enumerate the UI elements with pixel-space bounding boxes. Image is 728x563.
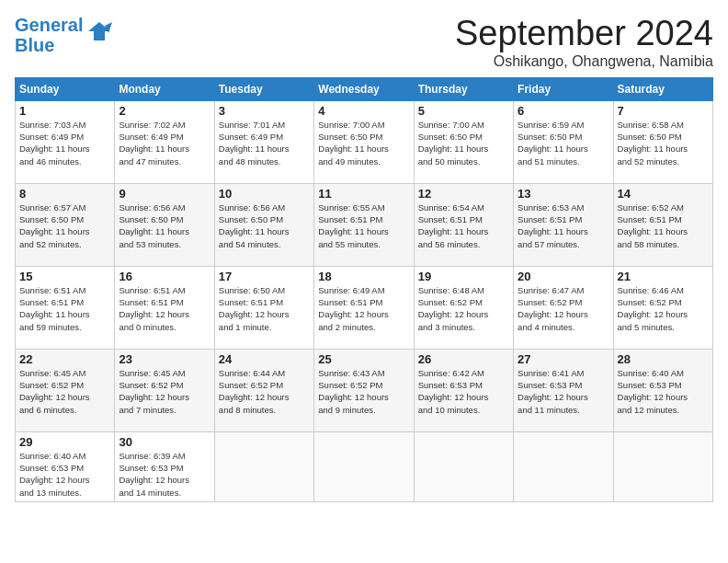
calendar-cell: 2Sunrise: 7:02 AM Sunset: 6:49 PM Daylig… xyxy=(115,100,214,183)
calendar-cell: 16Sunrise: 6:51 AM Sunset: 6:51 PM Dayli… xyxy=(115,266,214,349)
day-info: Sunrise: 7:01 AM Sunset: 6:49 PM Dayligh… xyxy=(219,119,310,167)
weekday-header: Wednesday xyxy=(314,77,414,100)
calendar-cell xyxy=(214,431,313,501)
calendar-cell: 24Sunrise: 6:44 AM Sunset: 6:52 PM Dayli… xyxy=(214,349,313,431)
day-number: 8 xyxy=(19,187,110,201)
weekday-header: Friday xyxy=(514,77,613,100)
calendar-cell: 5Sunrise: 7:00 AM Sunset: 6:50 PM Daylig… xyxy=(414,100,513,183)
title-block: September 2024 Oshikango, Ohangwena, Nam… xyxy=(455,15,713,70)
calendar-week-row: 8Sunrise: 6:57 AM Sunset: 6:50 PM Daylig… xyxy=(16,183,713,266)
calendar-cell: 11Sunrise: 6:55 AM Sunset: 6:51 PM Dayli… xyxy=(314,183,414,266)
day-info: Sunrise: 6:51 AM Sunset: 6:51 PM Dayligh… xyxy=(119,284,210,333)
day-number: 18 xyxy=(318,270,409,283)
day-number: 7 xyxy=(618,104,709,118)
day-info: Sunrise: 6:48 AM Sunset: 6:52 PM Dayligh… xyxy=(418,284,509,333)
day-info: Sunrise: 6:50 AM Sunset: 6:51 PM Dayligh… xyxy=(219,284,310,333)
calendar-cell: 9Sunrise: 6:56 AM Sunset: 6:50 PM Daylig… xyxy=(115,183,214,266)
calendar-cell: 1Sunrise: 7:03 AM Sunset: 6:49 PM Daylig… xyxy=(16,100,115,183)
calendar-cell xyxy=(414,431,513,501)
calendar-cell: 28Sunrise: 6:40 AM Sunset: 6:53 PM Dayli… xyxy=(613,349,712,431)
calendar-cell: 27Sunrise: 6:41 AM Sunset: 6:53 PM Dayli… xyxy=(514,349,613,431)
location-subtitle: Oshikango, Ohangwena, Namibia xyxy=(455,53,713,70)
day-number: 14 xyxy=(618,187,709,201)
calendar-cell: 30Sunrise: 6:39 AM Sunset: 6:53 PM Dayli… xyxy=(115,431,214,501)
day-number: 9 xyxy=(119,187,210,201)
day-info: Sunrise: 7:00 AM Sunset: 6:50 PM Dayligh… xyxy=(318,119,409,167)
day-info: Sunrise: 6:42 AM Sunset: 6:53 PM Dayligh… xyxy=(418,367,509,416)
day-number: 23 xyxy=(119,352,210,366)
calendar-cell xyxy=(314,431,414,501)
day-number: 30 xyxy=(119,435,210,449)
calendar-week-row: 15Sunrise: 6:51 AM Sunset: 6:51 PM Dayli… xyxy=(16,266,713,349)
logo-text: General Blue xyxy=(15,15,83,55)
weekday-header: Thursday xyxy=(414,77,513,100)
calendar-cell xyxy=(514,431,613,501)
calendar-week-row: 1Sunrise: 7:03 AM Sunset: 6:49 PM Daylig… xyxy=(16,100,713,183)
day-info: Sunrise: 6:56 AM Sunset: 6:50 PM Dayligh… xyxy=(219,201,310,250)
day-number: 4 xyxy=(318,104,409,118)
day-info: Sunrise: 6:57 AM Sunset: 6:50 PM Dayligh… xyxy=(19,201,110,250)
day-info: Sunrise: 7:00 AM Sunset: 6:50 PM Dayligh… xyxy=(418,119,509,167)
calendar-cell xyxy=(613,431,712,501)
day-number: 20 xyxy=(518,270,609,283)
day-number: 28 xyxy=(618,352,709,366)
day-info: Sunrise: 6:49 AM Sunset: 6:51 PM Dayligh… xyxy=(318,284,409,333)
weekday-header: Sunday xyxy=(16,77,115,100)
logo: General Blue xyxy=(15,15,112,55)
calendar-cell: 14Sunrise: 6:52 AM Sunset: 6:51 PM Dayli… xyxy=(613,183,712,266)
page-header: General Blue September 2024 Oshikango, O… xyxy=(15,15,713,70)
day-info: Sunrise: 6:58 AM Sunset: 6:50 PM Dayligh… xyxy=(618,119,709,167)
day-number: 21 xyxy=(618,270,709,283)
calendar-cell: 3Sunrise: 7:01 AM Sunset: 6:49 PM Daylig… xyxy=(214,100,313,183)
day-number: 12 xyxy=(418,187,509,201)
calendar-cell: 15Sunrise: 6:51 AM Sunset: 6:51 PM Dayli… xyxy=(16,266,115,349)
calendar-header-row: SundayMondayTuesdayWednesdayThursdayFrid… xyxy=(16,77,713,100)
day-number: 1 xyxy=(19,104,110,118)
day-info: Sunrise: 6:59 AM Sunset: 6:50 PM Dayligh… xyxy=(518,119,609,167)
calendar-cell: 4Sunrise: 7:00 AM Sunset: 6:50 PM Daylig… xyxy=(314,100,414,183)
day-number: 22 xyxy=(19,352,110,366)
day-number: 19 xyxy=(418,270,509,283)
logo-general: General xyxy=(15,15,83,35)
day-number: 16 xyxy=(119,270,210,283)
day-info: Sunrise: 6:54 AM Sunset: 6:51 PM Dayligh… xyxy=(418,201,509,250)
day-number: 6 xyxy=(518,104,609,118)
day-info: Sunrise: 6:41 AM Sunset: 6:53 PM Dayligh… xyxy=(518,367,609,416)
day-info: Sunrise: 6:40 AM Sunset: 6:53 PM Dayligh… xyxy=(618,367,709,416)
calendar-cell: 26Sunrise: 6:42 AM Sunset: 6:53 PM Dayli… xyxy=(414,349,513,431)
day-number: 15 xyxy=(19,270,110,283)
day-info: Sunrise: 6:40 AM Sunset: 6:53 PM Dayligh… xyxy=(19,450,110,499)
day-number: 24 xyxy=(219,352,310,366)
calendar-week-row: 22Sunrise: 6:45 AM Sunset: 6:52 PM Dayli… xyxy=(16,349,713,431)
calendar-cell: 13Sunrise: 6:53 AM Sunset: 6:51 PM Dayli… xyxy=(514,183,613,266)
logo-blue: Blue xyxy=(15,35,54,55)
calendar-table: SundayMondayTuesdayWednesdayThursdayFrid… xyxy=(15,77,713,502)
day-info: Sunrise: 7:02 AM Sunset: 6:49 PM Dayligh… xyxy=(119,119,210,167)
calendar-cell: 19Sunrise: 6:48 AM Sunset: 6:52 PM Dayli… xyxy=(414,266,513,349)
day-number: 2 xyxy=(119,104,210,118)
day-number: 17 xyxy=(219,270,310,283)
calendar-cell: 23Sunrise: 6:45 AM Sunset: 6:52 PM Dayli… xyxy=(115,349,214,431)
day-number: 5 xyxy=(418,104,509,118)
svg-marker-1 xyxy=(105,22,112,33)
day-info: Sunrise: 6:53 AM Sunset: 6:51 PM Dayligh… xyxy=(518,201,609,250)
day-number: 29 xyxy=(19,435,110,449)
calendar-cell: 29Sunrise: 6:40 AM Sunset: 6:53 PM Dayli… xyxy=(16,431,115,501)
day-info: Sunrise: 6:39 AM Sunset: 6:53 PM Dayligh… xyxy=(119,450,210,499)
day-info: Sunrise: 6:56 AM Sunset: 6:50 PM Dayligh… xyxy=(119,201,210,250)
day-info: Sunrise: 6:44 AM Sunset: 6:52 PM Dayligh… xyxy=(219,367,310,416)
day-info: Sunrise: 6:55 AM Sunset: 6:51 PM Dayligh… xyxy=(318,201,409,250)
calendar-cell: 12Sunrise: 6:54 AM Sunset: 6:51 PM Dayli… xyxy=(414,183,513,266)
logo-icon xyxy=(86,18,112,44)
calendar-cell: 7Sunrise: 6:58 AM Sunset: 6:50 PM Daylig… xyxy=(613,100,712,183)
day-info: Sunrise: 6:47 AM Sunset: 6:52 PM Dayligh… xyxy=(518,284,609,333)
calendar-cell: 21Sunrise: 6:46 AM Sunset: 6:52 PM Dayli… xyxy=(613,266,712,349)
day-number: 11 xyxy=(318,187,409,201)
weekday-header: Tuesday xyxy=(214,77,313,100)
day-number: 3 xyxy=(219,104,310,118)
day-info: Sunrise: 6:51 AM Sunset: 6:51 PM Dayligh… xyxy=(19,284,110,333)
day-number: 25 xyxy=(318,352,409,366)
calendar-cell: 18Sunrise: 6:49 AM Sunset: 6:51 PM Dayli… xyxy=(314,266,414,349)
month-title: September 2024 xyxy=(455,15,713,53)
calendar-cell: 6Sunrise: 6:59 AM Sunset: 6:50 PM Daylig… xyxy=(514,100,613,183)
